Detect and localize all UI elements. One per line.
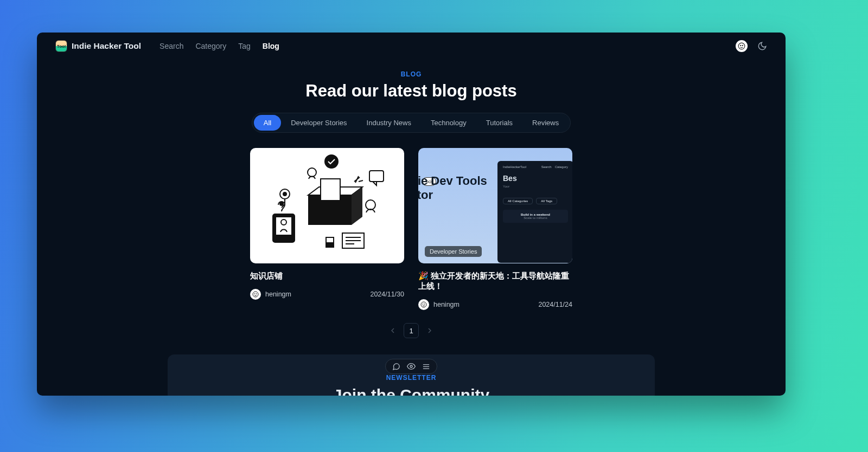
eye-icon[interactable] bbox=[407, 362, 416, 371]
svg-point-26 bbox=[256, 294, 257, 294]
theme-toggle-icon[interactable] bbox=[757, 41, 767, 51]
post-card[interactable]: 知识店铺 heningm 2024/11/30 bbox=[250, 148, 404, 310]
svg-rect-22 bbox=[327, 243, 333, 246]
floating-toolbar[interactable] bbox=[385, 359, 437, 374]
post-meta: heningm 2024/11/24 bbox=[418, 299, 572, 310]
category-tabs: All Developer Stories Industry News Tech… bbox=[252, 113, 571, 133]
logo-icon: Tool bbox=[55, 40, 67, 52]
svg-point-28 bbox=[423, 304, 423, 305]
thumb-text-2: gator bbox=[418, 188, 487, 202]
svg-point-29 bbox=[424, 304, 425, 305]
illustration-icon bbox=[257, 152, 398, 260]
svg-point-0 bbox=[738, 43, 745, 49]
svg-rect-19 bbox=[369, 171, 384, 182]
post-meta: heningm 2024/11/30 bbox=[250, 289, 404, 300]
page-title: Read our latest blog posts bbox=[37, 81, 786, 101]
svg-point-2 bbox=[742, 45, 743, 46]
posts-grid: 知识店铺 heningm 2024/11/30 ool ndie Dev Too… bbox=[250, 148, 572, 310]
thumb-text-1: ndie Dev Tools bbox=[418, 174, 487, 188]
author-avatar bbox=[250, 289, 261, 300]
svg-point-18 bbox=[366, 200, 375, 210]
app-window: Tool Indie Hacker Tool Search Category T… bbox=[37, 33, 786, 396]
post-card[interactable]: ool ndie Dev Tools gator IndieHackerTool… bbox=[418, 148, 572, 310]
menu-icon[interactable] bbox=[422, 363, 430, 371]
tab-all[interactable]: All bbox=[254, 115, 281, 131]
svg-point-25 bbox=[254, 294, 255, 294]
post-date: 2024/11/30 bbox=[370, 290, 404, 298]
tab-developer-stories[interactable]: Developer Stories bbox=[281, 115, 356, 131]
nav-search[interactable]: Search bbox=[159, 42, 183, 50]
svg-point-17 bbox=[308, 168, 316, 177]
author-name: heningm bbox=[433, 301, 459, 308]
svg-point-1 bbox=[741, 45, 741, 46]
user-avatar[interactable] bbox=[736, 40, 748, 52]
hero: BLOG Read our latest blog posts bbox=[37, 70, 786, 101]
category-badge: Developer Stories bbox=[425, 246, 482, 257]
brand-name: Indie Hacker Tool bbox=[72, 41, 141, 51]
tab-tutorials[interactable]: Tutorials bbox=[476, 115, 522, 131]
svg-rect-6 bbox=[321, 179, 340, 201]
brand[interactable]: Tool Indie Hacker Tool bbox=[55, 40, 141, 52]
next-page-icon[interactable] bbox=[425, 326, 434, 335]
newsletter-kicker: NEWSLETTER bbox=[178, 374, 644, 382]
svg-point-16 bbox=[283, 192, 286, 196]
svg-marker-20 bbox=[373, 182, 376, 185]
nav-tag[interactable]: Tag bbox=[238, 42, 251, 50]
pagination: 1 bbox=[37, 323, 786, 338]
chat-icon[interactable] bbox=[392, 363, 400, 371]
svg-point-24 bbox=[253, 292, 258, 297]
post-thumbnail bbox=[250, 148, 404, 263]
tab-reviews[interactable]: Reviews bbox=[522, 115, 569, 131]
author-avatar bbox=[418, 299, 429, 310]
svg-point-30 bbox=[410, 365, 412, 367]
page-number[interactable]: 1 bbox=[404, 323, 419, 338]
hero-kicker: BLOG bbox=[37, 70, 786, 78]
post-title: 知识店铺 bbox=[250, 271, 404, 281]
svg-point-7 bbox=[325, 155, 338, 168]
nav-blog[interactable]: Blog bbox=[263, 42, 279, 50]
header-actions bbox=[736, 40, 767, 52]
header: Tool Indie Hacker Tool Search Category T… bbox=[37, 33, 786, 60]
svg-point-27 bbox=[421, 302, 426, 307]
main-nav: Search Category Tag Blog bbox=[159, 42, 279, 50]
post-thumbnail: ool ndie Dev Tools gator IndieHackerTool… bbox=[418, 148, 572, 263]
tab-industry-news[interactable]: Industry News bbox=[357, 115, 421, 131]
post-date: 2024/11/24 bbox=[538, 301, 572, 308]
mini-preview: IndieHackerTool Search Category Bes Your… bbox=[497, 161, 572, 263]
post-title: 🎉 独立开发者的新天地：工具导航站隆重上线！ bbox=[418, 271, 572, 292]
svg-point-23 bbox=[280, 202, 283, 205]
nav-category[interactable]: Category bbox=[195, 42, 226, 50]
author-name: heningm bbox=[265, 290, 291, 298]
prev-page-icon[interactable] bbox=[388, 326, 397, 335]
newsletter-title: Join the Community bbox=[178, 386, 644, 396]
tab-technology[interactable]: Technology bbox=[421, 115, 476, 131]
